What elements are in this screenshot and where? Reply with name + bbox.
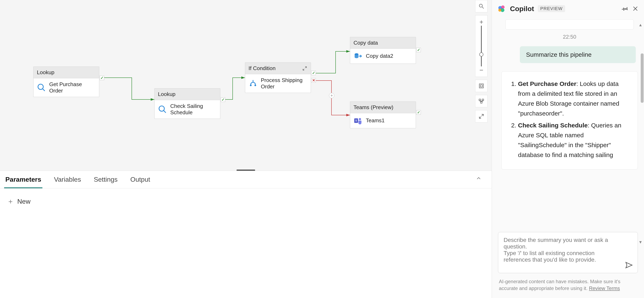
plus-icon: ＋ [7, 197, 14, 206]
status-success-icon[interactable]: ✓ [311, 71, 316, 75]
tab-output[interactable]: Output [129, 176, 151, 188]
svg-point-5 [254, 84, 256, 86]
svg-rect-13 [480, 85, 482, 87]
svg-rect-12 [479, 84, 484, 88]
svg-rect-16 [480, 102, 482, 103]
properties-tabs: Parameters Variables Settings Output [0, 171, 492, 188]
auto-align-button[interactable] [475, 95, 488, 107]
activity-name-label: Teams1 [366, 117, 384, 124]
copilot-input-placeholder: Describe the summary you want or ask a q… [504, 237, 608, 263]
copilot-header: Copilot PREVIEW [492, 0, 644, 17]
svg-line-11 [482, 7, 484, 9]
activity-teams1[interactable]: Teams (Preview) T Teams1 [350, 102, 416, 128]
answer-item: Check Sailing Schedule: Queries an Azure… [518, 121, 630, 160]
svg-point-0 [38, 84, 44, 90]
zoom-in-button[interactable]: + [480, 19, 484, 25]
svg-text:T: T [355, 119, 357, 123]
status-fail-icon[interactable]: ✕ [311, 78, 316, 83]
activity-type-label: Lookup [158, 91, 176, 97]
teams-icon: T [354, 116, 362, 125]
fullscreen-button[interactable] [475, 110, 488, 123]
lookup-icon [37, 83, 46, 92]
zoom-thumb[interactable] [479, 52, 484, 56]
pipeline-canvas-container[interactable]: + Lookup Get Purchase Order ✓ Lookup [0, 0, 492, 170]
svg-point-10 [479, 4, 482, 7]
zoom-slider[interactable]: + − [475, 15, 488, 77]
svg-line-3 [164, 111, 166, 113]
zoom-track [481, 26, 482, 66]
search-button[interactable] [475, 0, 488, 12]
pin-button[interactable] [622, 5, 628, 12]
send-icon [625, 261, 633, 269]
message-timestamp: 22:50 [501, 34, 638, 40]
activity-type-label: If Condition [248, 65, 276, 72]
svg-point-4 [250, 84, 252, 86]
send-button[interactable] [625, 261, 633, 269]
activity-get-purchase-order[interactable]: Lookup Get Purchase Order [33, 67, 99, 97]
search-icon [478, 3, 484, 9]
copilot-logo-icon [497, 4, 506, 13]
svg-point-9 [359, 118, 361, 120]
tab-settings[interactable]: Settings [92, 176, 119, 188]
svg-line-1 [42, 89, 45, 91]
fit-to-screen-button[interactable] [475, 80, 488, 92]
activity-name-label: Check Sailing Schedule [170, 103, 217, 116]
copy-data-icon [354, 52, 362, 61]
preview-badge: PREVIEW [538, 5, 565, 12]
activity-name-label: Copy data2 [366, 53, 393, 59]
activity-copy-data2[interactable]: Copy data Copy data2 [350, 37, 416, 64]
copilot-title: Copilot [510, 5, 534, 13]
activity-name-label: Get Purchase Order [49, 81, 96, 94]
status-success-icon[interactable]: ✓ [221, 97, 225, 102]
previous-card-peek [506, 19, 634, 30]
answer-item: Get Purchase Order: Looks up data from a… [518, 79, 630, 118]
panel-splitter[interactable] [236, 169, 255, 171]
tab-variables[interactable]: Variables [53, 176, 82, 188]
copilot-input-area: Describe the summary you want or ask a q… [492, 227, 644, 275]
bottom-properties-panel: Parameters Variables Settings Output ＋ N… [0, 170, 492, 298]
copilot-disclaimer: AI-generated content can have mistakes. … [492, 275, 644, 298]
activity-process-shipping-order[interactable]: If Condition Process Shipping Order [245, 62, 311, 93]
svg-rect-15 [482, 99, 484, 101]
auto-align-icon [478, 98, 484, 104]
copilot-answer-card: Get Purchase Order: Looks up data from a… [501, 71, 638, 169]
review-terms-link[interactable]: Review Terms [589, 286, 620, 291]
if-condition-icon [248, 79, 258, 88]
fullscreen-icon [478, 113, 484, 119]
chevron-up-icon [476, 176, 481, 181]
new-parameter-button[interactable]: ＋ New [0, 188, 492, 214]
expand-icon[interactable] [302, 66, 308, 71]
status-success-icon[interactable]: ✓ [416, 110, 421, 115]
lookup-icon [158, 105, 167, 114]
svg-rect-14 [479, 99, 481, 101]
copilot-input[interactable]: Describe the summary you want or ask a q… [498, 232, 638, 273]
status-success-icon[interactable]: ✓ [100, 76, 104, 80]
pipeline-canvas[interactable]: + Lookup Get Purchase Order ✓ Lookup [0, 0, 492, 170]
svg-point-20 [498, 9, 502, 12]
new-button-label: New [17, 198, 30, 205]
svg-point-2 [159, 106, 164, 111]
activity-type-label: Lookup [37, 69, 54, 76]
activity-check-sailing-schedule[interactable]: Lookup Check Sailing Schedule [154, 88, 220, 119]
zoom-out-button[interactable]: − [480, 67, 484, 73]
fit-screen-icon [478, 83, 484, 89]
activity-type-label: Teams (Preview) [354, 104, 394, 111]
add-branch-junction[interactable]: + [329, 93, 334, 98]
status-success-icon[interactable]: ✓ [416, 48, 421, 52]
canvas-toolbar: + − [475, 0, 488, 123]
main-area: + Lookup Get Purchase Order ✓ Lookup [0, 0, 492, 298]
copilot-panel: ▲ ▼ Copilot PREVIEW 22:50 Summarize this… [492, 0, 644, 298]
copilot-conversation[interactable]: 22:50 Summarize this pipeline Get Purcha… [492, 17, 644, 227]
activity-name-label: Process Shipping Order [261, 77, 308, 90]
activity-type-label: Copy data [354, 40, 378, 46]
scroll-down-icon[interactable]: ▼ [638, 240, 642, 245]
tab-parameters[interactable]: Parameters [4, 176, 42, 188]
user-message: Summarize this pipeline [520, 46, 636, 63]
collapse-panel-button[interactable] [476, 176, 488, 188]
